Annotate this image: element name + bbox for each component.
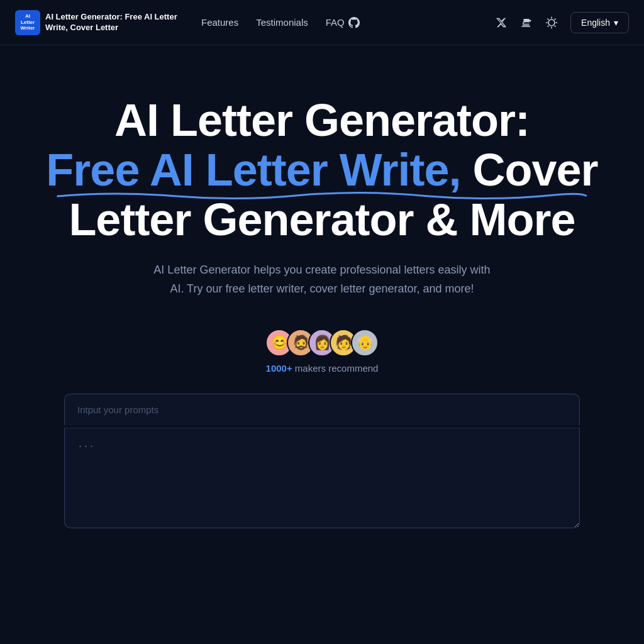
coffee-button[interactable] [515,11,538,34]
recommend-text: 1000+ makers recommend [266,363,379,374]
underline-decoration [46,190,597,201]
input-container: ... [64,394,580,531]
avatars-group: 😊 🧔 👩 🧑 👴 [265,329,379,357]
nav-icons: English ▾ [490,11,629,34]
hero-title-line3: Letter Generator & More [46,195,597,245]
recommend-count: 1000+ [266,363,292,374]
hero-title-white: Cover [461,145,598,195]
language-label: English [581,18,610,28]
navbar: AILetterWriter AI Letter Generator: Free… [0,0,644,45]
hero-title-line2: Free AI Letter Write, Cover [46,145,597,195]
prompt-input[interactable] [64,394,580,425]
language-button[interactable]: English ▾ [570,12,629,33]
output-textarea[interactable]: ... [64,428,580,528]
coffee-icon [521,17,532,28]
x-icon [496,17,507,28]
logo-box: AILetterWriter [15,10,40,35]
hero-subtitle: AI Letter Generator helps you create pro… [146,260,498,299]
theme-toggle-button[interactable] [540,11,563,34]
avatars-row: 😊 🧔 👩 🧑 👴 1000+ makers recommend [265,329,379,374]
site-title: AI Letter Generator: Free AI Letter Writ… [45,12,184,33]
twitter-x-button[interactable] [490,11,513,34]
chevron-down-icon: ▾ [614,18,618,28]
logo[interactable]: AILetterWriter AI Letter Generator: Free… [15,10,184,35]
hero-title-blue: Free AI Letter Write, [46,145,460,195]
hero-title: AI Letter Generator: Free AI Letter Writ… [46,96,597,245]
nav-faq-label: FAQ [326,17,345,28]
sun-icon [545,16,558,29]
prompt-input-wrapper [64,394,580,425]
hero-title-line1: AI Letter Generator: [46,96,597,145]
nav-link-testimonials[interactable]: Testimonials [248,12,316,33]
recommend-label: makers recommend [292,363,379,374]
nav-link-faq[interactable]: FAQ [318,12,367,33]
avatar: 👴 [351,329,379,357]
nav-link-features[interactable]: Features [194,12,246,33]
nav-links: Features Testimonials FAQ [194,12,490,33]
hero-section: AI Letter Generator: Free AI Letter Writ… [0,45,644,556]
github-icon [348,17,360,28]
